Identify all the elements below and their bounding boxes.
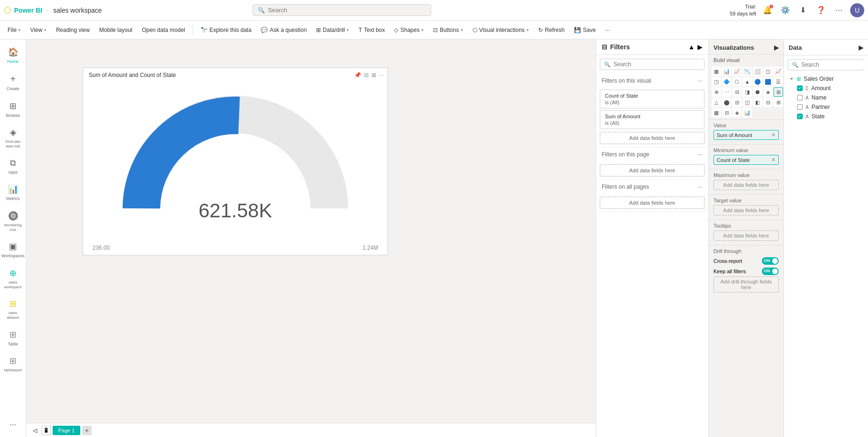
viz-icon-table[interactable]: ◧ [753,98,762,107]
viz-icon-more[interactable]: ⊟ [722,108,731,117]
gauge-pin-btn[interactable]: 📌 [354,72,361,78]
data-drill-btn[interactable]: ⊞ Data/drill ▾ [312,25,353,35]
data-panel-expand-btn[interactable]: ▶ [859,44,863,51]
viz-icon-area[interactable]: ◳ [712,77,721,86]
viz-icon-line-stacked[interactable]: ▲ [743,77,752,86]
top-search-input[interactable] [268,7,426,14]
settings-btn[interactable]: ⚙️ [779,4,792,17]
sidebar-item-onelake[interactable]: ◈ OneLake data hub [1,123,25,152]
viz-drill-add-btn[interactable]: Add drill-through fields here [713,276,779,292]
file-menu[interactable]: File ▾ [4,25,24,35]
viz-icon-r-visual[interactable]: ⊞ [774,98,783,107]
cross-report-toggle-btn[interactable]: ON [762,257,779,265]
viz-icon-line[interactable]: 📈 [774,67,783,76]
sidebar-item-home[interactable]: 🏠 Home [1,43,25,68]
viz-icon-scatter[interactable]: ⊕ [712,87,721,97]
viz-icon-format[interactable]: ◈ [732,108,742,117]
filter-item-count-state[interactable]: Count of State is (All) [600,90,705,108]
user-avatar[interactable]: U [850,3,864,17]
viz-icon-clustered-bar[interactable]: 📊 [722,67,731,76]
viz-icon-python[interactable]: ▦ [712,108,721,117]
viz-value-remove-btn[interactable]: ✕ [771,132,775,138]
page-nav-left[interactable]: ◁ [30,426,39,435]
state-checkbox[interactable]: ✓ [797,114,803,119]
data-search-input[interactable] [801,61,868,68]
viz-icon-slicer[interactable]: ◫ [743,98,752,107]
visual-interactions-btn[interactable]: ⬡ Visual interactions ▾ [469,25,533,35]
filter-item-sum-amount[interactable]: Sum of Amount is (All) [600,110,705,129]
viz-target-add-btn[interactable]: Add data fields here [713,205,779,215]
notification-btn[interactable]: 🔔 1 [761,4,774,17]
sidebar-item-mydataset[interactable]: ⊞ MyDataset [1,352,25,376]
filters-page-more-btn[interactable]: ··· [698,151,703,158]
top-search-box[interactable]: 🔍 [253,4,431,16]
viz-value-field[interactable]: Sum of Amount ✕ [713,130,779,140]
sidebar-item-apps[interactable]: ⧉ Apps [1,154,25,179]
sidebar-item-table[interactable]: ⊞ Table [1,326,25,351]
viz-icon-pie[interactable]: ⋯ [722,87,731,97]
viz-icon-filled-map[interactable]: ◈ [763,87,773,97]
data-field-state[interactable]: ✓ A State [788,112,864,121]
keep-filters-toggle-btn[interactable]: ON [762,268,779,275]
viz-icon-map[interactable]: ⬟ [753,87,762,97]
data-field-name[interactable]: A Name [788,93,864,102]
buttons-btn[interactable]: ⊡ Buttons ▾ [429,25,467,35]
reading-view-btn[interactable]: Reading view [52,25,93,35]
share-btn[interactable]: ⋯ [832,4,845,17]
filters-visual-more-btn[interactable]: ··· [698,77,703,84]
viz-icon-line-clustered[interactable]: ⬡ [732,77,742,86]
viz-max-add-btn[interactable]: Add data fields here [713,180,779,190]
sidebar-item-metrics[interactable]: 📊 Metrics [1,180,25,205]
viz-min-remove-btn[interactable]: ✕ [771,157,775,163]
data-search-box[interactable]: 🔍 [788,59,864,70]
sidebar-more-btn[interactable]: ··· [1,416,25,433]
filter-all-add-btn[interactable]: Add data fields here [600,197,705,209]
explore-data-btn[interactable]: 🔭 Explore this data [197,25,255,35]
filters-collapse-btn[interactable]: ▲ [688,43,695,51]
data-field-amount[interactable]: ✓ Σ Amount [788,84,864,93]
viz-icon-treemap[interactable]: ◨ [743,87,752,97]
sidebar-item-sales-dataset[interactable]: ⊞ sales dataset [1,295,25,323]
viz-icon-100-bar[interactable]: ⬜ [753,67,762,76]
mobile-layout-btn[interactable]: 📱 [41,426,51,435]
more-btn[interactable]: ··· [601,25,613,35]
gauge-more-btn[interactable]: ··· [379,72,384,78]
add-page-btn[interactable]: + [82,426,92,435]
gauge-filter-btn[interactable]: ⊟ [364,72,369,78]
viz-icon-donut[interactable]: ⊟ [732,87,742,97]
name-checkbox[interactable] [797,95,803,100]
viz-panel-expand-btn[interactable]: ▶ [774,44,779,51]
viz-tooltips-add-btn[interactable]: Add data fields here [713,230,779,241]
gauge-expand-btn[interactable]: ⊞ [372,72,376,78]
view-menu[interactable]: View ▾ [26,25,50,35]
data-field-partner[interactable]: A Partner [788,102,864,112]
filter-visual-add-btn[interactable]: Add data fields here [600,132,705,144]
viz-icon-card[interactable]: △ [712,98,721,107]
ask-question-btn[interactable]: 💬 Ask a question [257,25,310,35]
sidebar-item-create[interactable]: + Create [1,70,25,95]
mobile-layout-btn[interactable]: Mobile layout [95,25,136,35]
sidebar-item-sales-workspace[interactable]: ⊕ sales workspace [1,264,25,293]
viz-icon-analytics[interactable]: 📊 [743,108,752,117]
page-1-tab[interactable]: Page 1 [53,426,80,435]
open-data-model-btn[interactable]: Open data model [138,25,189,35]
download-btn[interactable]: ⬇ [797,4,810,17]
viz-icon-kpi[interactable]: ⊟ [732,98,742,107]
filters-search-input[interactable] [613,61,700,68]
viz-icon-clustered-column[interactable]: 📉 [743,67,752,76]
amount-checkbox[interactable]: ✓ [797,85,803,91]
viz-icon-stacked-area[interactable]: 🔷 [722,77,731,86]
save-btn[interactable]: 💾 Save [570,25,599,35]
filters-search-box[interactable]: 🔍 [600,59,705,70]
canvas-area[interactable]: Sum of Amount and Count of State 📌 ⊟ ⊞ ·… [26,39,596,437]
gauge-visual[interactable]: Sum of Amount and Count of State 📌 ⊟ ⊞ ·… [83,68,388,255]
viz-icon-waterfall[interactable]: 🟦 [763,77,773,86]
text-box-btn[interactable]: T Text box [355,25,388,35]
sidebar-item-browse[interactable]: ⊞ Browse [1,97,25,122]
data-tree-sales-order[interactable]: ▼ ⊞ Sales Order [788,74,864,84]
viz-icon-100-column[interactable]: ◫ [763,67,773,76]
shapes-btn[interactable]: ◇ Shapes ▾ [390,25,427,35]
viz-icon-gauge[interactable]: ⊞ [774,87,783,97]
viz-icon-multi-row-card[interactable]: ⬤ [722,98,731,107]
filters-expand-btn[interactable]: ▶ [698,43,703,51]
